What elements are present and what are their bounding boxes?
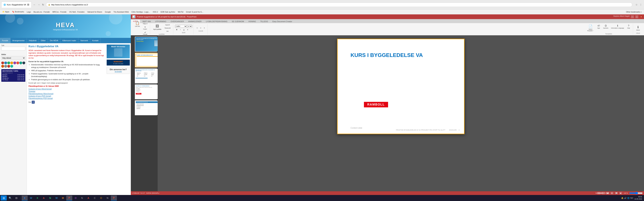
tab-easy-document[interactable]: Easy Document Creator xyxy=(270,19,294,23)
nav-om-heva[interactable]: Om HEVA xyxy=(48,38,60,43)
taskbar-notepad[interactable]: N xyxy=(47,196,53,201)
url-input[interactable] xyxy=(51,4,630,6)
back-button[interactable]: ← xyxy=(32,3,36,6)
reading-view-button[interactable]: 📖 xyxy=(615,192,618,194)
strikethrough-button[interactable]: S xyxy=(186,28,189,31)
slide-sorter-button[interactable]: ⊞ xyxy=(610,192,614,194)
slide-thumb-2[interactable]: KURS I BYGGELEDELSE VA xyxy=(135,53,157,67)
nav-helpdesk[interactable]: Helpdesk xyxy=(27,38,39,43)
minimize-button[interactable]: ─ xyxy=(631,15,634,18)
tab-se-gjennom[interactable]: SE GJENNOM xyxy=(230,19,246,23)
bookmark-mrcno[interactable]: MRCno - Forside xyxy=(52,10,68,13)
reset-button[interactable]: Tilbakestill xyxy=(163,27,172,29)
bookmark-mintid[interactable]: MinTid xyxy=(177,10,184,13)
facebook-icon[interactable]: f xyxy=(32,101,35,104)
slide-content-area[interactable] xyxy=(350,69,451,121)
taskbar-ie[interactable]: e xyxy=(22,196,28,201)
ad-link[interactable]: Ta kontakt! xyxy=(114,71,122,72)
ppt-slide-canvas[interactable]: KURS I BYGGELEDELSE VA RAMBOLL PRAKTISK … xyxy=(337,39,464,134)
cut-button[interactable]: ✂ Klipp ut xyxy=(142,20,148,25)
taskbar-word[interactable]: W xyxy=(28,196,34,201)
copy-button[interactable]: ⧉ Kopier xyxy=(142,25,148,30)
font-family-select[interactable]: Calibri xyxy=(175,25,187,28)
start-button[interactable]: ⊞ xyxy=(1,196,7,201)
link-paamelding-pdf[interactable]: Påmeldingsskjema (PDF-format) xyxy=(28,97,104,99)
taskbar-onenote[interactable]: O xyxy=(72,196,79,201)
link-invitasjon-pdf[interactable]: Invitasjon til kurs (PDF-format) xyxy=(28,95,104,97)
taskbar-autocad[interactable]: A xyxy=(85,196,92,201)
slide-thumb-5[interactable]: BYGGREBESKRIVELSE Teknisk beskrivelse Me… xyxy=(135,100,157,115)
bookmark-button[interactable]: ☆ xyxy=(634,3,638,6)
nav-kontakt[interactable]: Kontakt xyxy=(90,38,100,43)
italic-button[interactable]: I xyxy=(179,28,182,31)
bookmark-apps[interactable]: 📁 Apps xyxy=(1,10,10,13)
paste-button[interactable]: 📋 Lim inn xyxy=(134,20,142,36)
comments-button[interactable]: KOMMENTARER xyxy=(602,192,605,194)
search-input[interactable] xyxy=(1,47,25,50)
select-template-button[interactable]: 📄 SelectTemplate ~ xyxy=(586,24,595,32)
section-button[interactable]: Del xyxy=(163,30,172,33)
slideshow-button[interactable]: ▶ xyxy=(619,192,622,194)
tab-overganger[interactable]: OVERGANGER xyxy=(168,19,186,23)
tab-close-button[interactable]: × xyxy=(27,3,29,6)
bookmark-google[interactable]: Google xyxy=(104,10,112,13)
bookmark-vatnaret[interactable]: Vatnaret for Brann xyxy=(86,10,103,13)
align-center-button[interactable]: ≡ xyxy=(199,26,202,29)
taskbar-ppt2[interactable]: P xyxy=(111,196,117,201)
taskbar-cortana[interactable]: ⊡ xyxy=(14,196,20,201)
taskbar-word2[interactable]: W xyxy=(54,196,60,201)
bookmark-xss[interactable]: XSS 2 xyxy=(152,10,159,13)
bookmark-citrix[interactable]: Citrix XenApp - Logo... xyxy=(130,10,151,13)
normal-view-button[interactable]: ▣ xyxy=(606,192,609,194)
information-button[interactable]: ℹ Information Language xyxy=(610,24,625,32)
nav-vannverk[interactable]: Vannverk xyxy=(78,38,90,43)
browser-tab[interactable]: 🌐 Kurs i Byggeledelse VA × xyxy=(1,2,32,8)
bookmark-vgnett[interactable]: VG Nett - Forsiden xyxy=(68,10,86,13)
font-size-select[interactable]: 18 xyxy=(187,25,192,28)
taskbar-c[interactable]: C xyxy=(92,196,98,201)
restore-button[interactable]: □ xyxy=(635,15,638,18)
bookmark-lego[interactable]: Lego xyxy=(26,10,32,13)
bookmark-baaris[interactable]: Ba-aris.no - Forside xyxy=(32,10,51,13)
bookmark-trio[interactable]: Trio Assistant Web xyxy=(112,10,130,13)
slide-thumb-4[interactable]: AKTIVER I ET UTFØDINGSMIDJET Rambøll – F… xyxy=(135,84,157,99)
taskbar-powerpoint[interactable]: P xyxy=(66,196,72,201)
new-slide-button[interactable]: 🖼 Nytt lysbilde xyxy=(152,23,163,33)
nav-forside[interactable]: Forside xyxy=(0,38,10,43)
taskbar-n2[interactable]: N xyxy=(104,196,110,201)
taskbar-outlook[interactable]: M xyxy=(60,196,66,201)
slide-thumb-3[interactable]: PROSJEKTORGANISASJON: BYGGEHERRE OG DRIF… xyxy=(135,68,157,83)
align-right-button[interactable]: ≡ xyxy=(202,26,206,29)
nav-glitter[interactable]: Glitter xyxy=(39,38,48,43)
taskbar-n[interactable]: N xyxy=(79,196,85,201)
symbols-button[interactable]: Ω Symbols xyxy=(602,24,610,32)
taskbar-search[interactable]: 🔍 xyxy=(7,196,13,201)
tab-visning[interactable]: VISNING xyxy=(246,19,258,23)
tab-lysbildefremvisning[interactable]: LYSBILDEFREMVISNING xyxy=(204,19,230,23)
tab-utforming[interactable]: UTFORMING xyxy=(153,19,168,23)
taskbar-office[interactable]: O xyxy=(98,196,104,201)
bold-button[interactable]: B xyxy=(175,28,178,31)
bookmark-bookmarks[interactable]: 🔖 Bookmarks xyxy=(11,10,25,13)
logo-button[interactable]: 🏷 logo xyxy=(596,24,602,32)
layout-button[interactable]: Oppsett xyxy=(163,23,172,26)
zoom-slider[interactable] xyxy=(629,192,643,195)
help-button[interactable]: ? Help xyxy=(626,24,632,32)
forward-button[interactable]: → xyxy=(37,3,40,6)
bookmark-gmail[interactable]: Gmail: E-post fra G... xyxy=(185,10,204,13)
address-bar[interactable]: 🔒 xyxy=(46,2,632,7)
tab-animasjoner[interactable]: ANIMASJONER xyxy=(186,19,204,23)
bookmark-other[interactable]: Other bookmarks » xyxy=(625,10,643,13)
close-button[interactable]: ✕ xyxy=(640,15,643,18)
archive-select[interactable]: Velg måned xyxy=(1,56,25,60)
format-painter-button[interactable]: 🖌 Format xyxy=(142,31,148,36)
nav-arrangementer[interactable]: Arrangementer xyxy=(10,38,27,43)
reload-button[interactable]: ↻ xyxy=(41,3,45,6)
taskbar-excel[interactable]: X xyxy=(34,196,40,201)
link-paamelding-word[interactable]: Påmeldingsskjema (Word-format) xyxy=(28,93,104,95)
tab-tillegg[interactable]: TILLEGG xyxy=(258,19,270,23)
slide-thumb-1[interactable]: PRAKTISK BYGGELEDELSE AV VA-PROSJEKT FRA… xyxy=(135,37,157,52)
link-timeplan[interactable]: Timeplan xyxy=(28,90,104,92)
link-invitasjon-word[interactable]: Invitasjon til kurs (Word-format) xyxy=(28,88,104,90)
taskbar-acrobat[interactable]: A xyxy=(41,196,47,201)
